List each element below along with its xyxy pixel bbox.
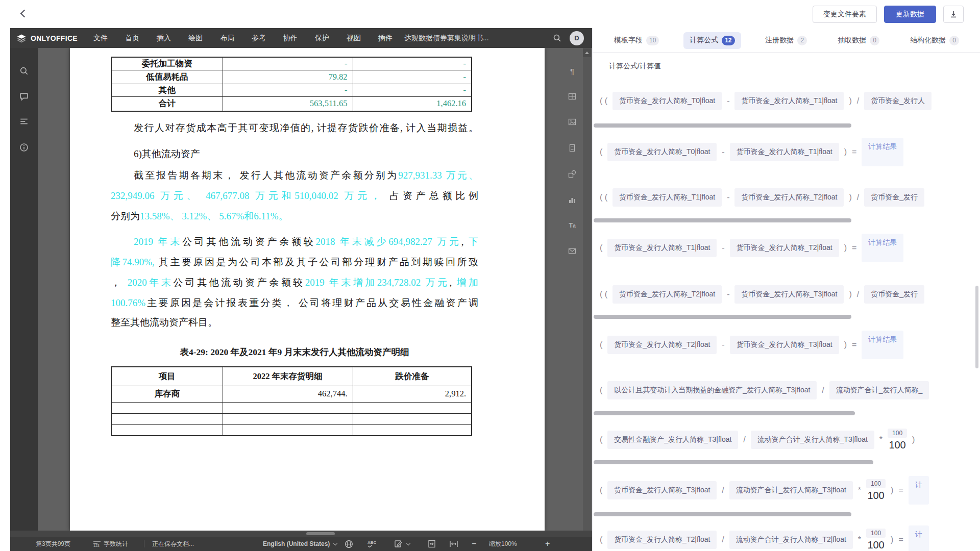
operator: / [743,435,745,444]
menu-item-3[interactable]: 绘图 [180,28,211,48]
field-tag[interactable]: 流动资产合计_发行人简称_T3|float [729,481,853,499]
field-tag[interactable]: 货币资金_发行人简称_T1|float [607,239,717,257]
field-tag[interactable]: 货币资金_发行人简称_T3|float [607,481,717,499]
menu-item-5[interactable]: 参考 [243,28,275,48]
track-changes-icon[interactable] [394,537,410,551]
field-tag[interactable]: 货币资金_发行人简称_T2|float [607,531,717,549]
fit-page-icon[interactable] [428,537,436,551]
vertical-scrollbar[interactable] [583,48,591,531]
tab-抽取数据[interactable]: 抽取数据0 [831,32,886,49]
formula-scrollbar[interactable] [594,218,851,222]
horizontal-scroll-thumb[interactable] [306,532,335,535]
field-tag[interactable]: 流动资产合计_发行人简称_T3|float [751,431,874,449]
field-tag[interactable]: 货币资金_发行人简称_T2|float [734,188,844,207]
menu-item-0[interactable]: 文件 [85,28,116,48]
menu-item-6[interactable]: 协作 [275,28,306,48]
field-tag[interactable]: 以公计且其变动计入当期损益的金融资产_发行人简称_T3|float [607,381,817,399]
scroll-up-icon[interactable] [583,48,591,57]
menu-item-8[interactable]: 视图 [338,28,370,48]
document-page[interactable]: 委托加工物资--低值易耗品79.82-其他--合计563,511.651,462… [70,48,545,531]
paragraph-settings-icon[interactable]: ¶ [570,67,574,76]
zoom-out-button[interactable]: − [472,537,476,551]
navigation-icon[interactable] [19,117,29,126]
field-tag[interactable]: 货币资金_发行人简称_T2|float [612,285,722,304]
set-language-icon[interactable] [345,537,353,551]
result-tag[interactable]: 计算结果 [862,234,903,262]
operator: / [857,193,859,202]
field-tag[interactable]: 货币资金_发行人简称_T1|float [734,92,844,110]
table-cell: - [353,84,472,97]
image-settings-icon[interactable] [568,118,576,126]
field-tag[interactable]: 交易性金融资产_发行人简称_T3|float [607,431,738,449]
mailmerge-icon[interactable] [568,247,576,255]
field-tag[interactable]: 货币资金_发行人 [864,92,932,110]
tab-计算公式[interactable]: 计算公式12 [683,32,741,49]
result-tag[interactable]: 计 [909,476,929,505]
fit-width-icon[interactable] [449,537,458,551]
text-segment: , [450,277,457,288]
search-icon[interactable] [19,66,29,76]
field-tag[interactable]: 货币资金_发行人简称_T3|float [730,336,839,354]
field-tag[interactable]: 货币资金_发行人简称_T2|float [607,336,717,354]
result-tag[interactable]: 计算结果 [862,331,903,359]
page-indicator[interactable]: 第3页共99页 [36,537,70,551]
menu-item-2[interactable]: 插入 [148,28,180,48]
document-title[interactable]: 达观数据债券募集说明书... [404,34,489,43]
textart-settings-icon[interactable]: Ta [569,221,576,229]
menu-bar: ONLYOFFICE 文件首页插入绘图布局参考协作保护视图插件 达观数据债券募集… [10,28,592,48]
formula-scrollbar[interactable] [594,411,855,415]
tab-结构化数据[interactable]: 结构化数据0 [904,32,965,49]
update-data-button[interactable]: 更新数据 [884,6,936,23]
avatar[interactable]: D [570,31,584,45]
tab-count-badge: 10 [646,36,659,45]
table-cell: - [353,70,472,84]
menu-item-4[interactable]: 布局 [211,28,243,48]
field-tag[interactable]: 货币资金_发行人简称_T1|float [612,188,722,207]
comments-icon[interactable] [19,92,29,101]
search-icon[interactable] [553,34,561,42]
chart-settings-icon[interactable] [568,196,576,204]
about-icon[interactable] [19,143,29,152]
constant-value: 100 [867,490,884,502]
page-settings-icon[interactable] [568,144,576,152]
horizontal-scrollbar[interactable] [10,531,592,537]
menu-item-7[interactable]: 保护 [306,28,338,48]
formula-row: (以公计且其变动计入当期损益的金融资产_发行人简称_T3|float/流动资产合… [600,379,929,402]
zoom-in-button[interactable]: + [545,537,550,551]
tab-模板字段[interactable]: 模板字段10 [608,32,665,49]
formula-scrollbar[interactable] [594,460,873,464]
formula-scrollbar[interactable] [594,123,851,128]
field-tag[interactable]: 货币资金_发行 [864,188,924,207]
formula-scrollbar[interactable] [594,512,851,516]
back-icon[interactable] [20,10,29,18]
spellcheck-icon[interactable]: ABC [368,537,376,551]
word-count-button[interactable]: 123 字数统计 [93,537,128,551]
result-tag[interactable]: 计 [909,525,929,551]
menu-item-1[interactable]: 首页 [116,28,148,48]
constant-tag[interactable]: 100 [888,429,907,438]
field-tag[interactable]: 货币资金_发行 [864,285,924,304]
menu-item-9[interactable]: 插件 [370,28,401,48]
panel-scrollbar[interactable] [975,286,978,368]
field-tag[interactable]: 货币资金_发行人简称_T0|float [607,143,717,161]
field-tag[interactable]: 货币资金_发行人简称_T1|float [730,143,839,161]
field-tag[interactable]: 货币资金_发行人简称_T0|float [612,92,722,110]
table-settings-icon[interactable] [568,92,576,101]
formula-scrollbar[interactable] [594,315,851,319]
download-button[interactable] [943,6,964,23]
download-icon [949,10,958,18]
shape-settings-icon[interactable] [568,170,576,178]
onlyoffice-logo: ONLYOFFICE [10,33,85,43]
constant-tag[interactable]: 100 [866,529,886,538]
zoom-level[interactable]: 缩放100% [489,537,517,551]
field-tag[interactable]: 货币资金_发行人简称_T2|float [730,239,839,257]
result-tag[interactable]: 计算结果 [862,138,903,166]
field-tag[interactable]: 货币资金_发行人简称_T3|float [734,285,844,304]
language-selector[interactable]: English (United States) [263,537,337,551]
change-file-elements-button[interactable]: 变更文件要素 [813,6,877,23]
tab-注册数据[interactable]: 注册数据2 [759,32,813,49]
formula-row: ( (货币资金_发行人简称_T0|float-货币资金_发行人简称_T1|flo… [600,90,932,112]
constant-tag[interactable]: 100 [866,479,886,488]
field-tag[interactable]: 流动资产合计_发行人简称_ [829,381,929,399]
field-tag[interactable]: 流动资产合计_发行人简称_T2|float [729,531,853,549]
